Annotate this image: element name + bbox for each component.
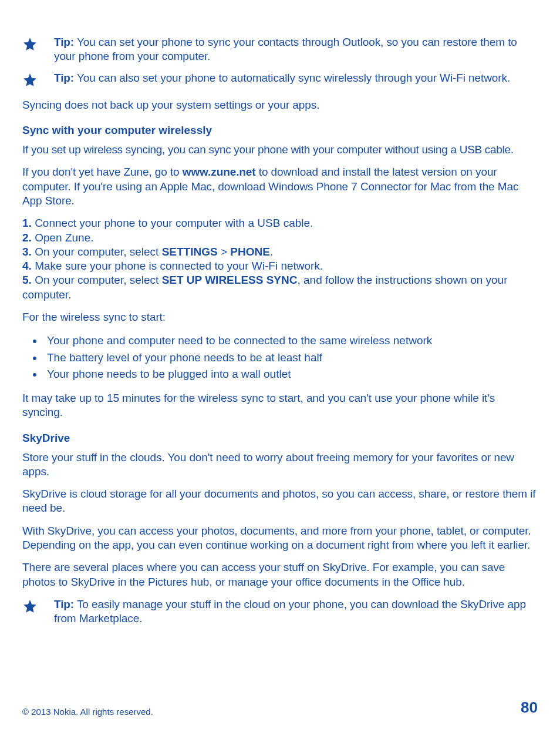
tip-block-2: Tip: You can also set your phone to auto… — [22, 71, 538, 90]
conditions-list: Your phone and computer need to be conne… — [22, 332, 538, 383]
list-item: The battery level of your phone needs to… — [43, 350, 538, 367]
step-5: 5. On your computer, select SET UP WIREL… — [22, 273, 538, 302]
cond-intro: For the wireless sync to start: — [22, 310, 538, 324]
page-footer: © 2013 Nokia. All rights reserved. 80 — [22, 698, 538, 717]
copyright-text: © 2013 Nokia. All rights reserved. — [22, 707, 153, 717]
gt: > — [218, 246, 231, 258]
skydrive-p2: SkyDrive is cloud storage for all your d… — [22, 487, 538, 516]
zune-link: www.zune.net — [183, 166, 256, 178]
heading-sync-wireless: Sync with your computer wirelessly — [22, 124, 538, 137]
skydrive-p4: There are several places where you can a… — [22, 560, 538, 589]
setup-wireless-label: SET UP WIRELESS SYNC — [162, 274, 298, 286]
star-icon — [22, 36, 38, 54]
tip-label: Tip: — [54, 72, 74, 84]
step-pre: On your computer, select — [32, 274, 162, 286]
step-1: 1. Connect your phone to your computer w… — [22, 216, 538, 230]
steps-list: 1. Connect your phone to your computer w… — [22, 216, 538, 302]
list-item: Your phone and computer need to be conne… — [43, 332, 538, 350]
tip-body: You can also set your phone to automatic… — [74, 72, 510, 84]
wireless-note: It may take up to 15 minutes for the wir… — [22, 391, 538, 420]
step-text: Open Zune. — [32, 231, 94, 244]
skydrive-p3: With SkyDrive, you can access your photo… — [22, 524, 538, 553]
tip-2-text: Tip: You can also set your phone to auto… — [54, 71, 538, 85]
list-item: Your phone needs to be plugged into a wa… — [43, 366, 538, 383]
tip-label: Tip: — [54, 36, 74, 48]
tip-body: You can set your phone to sync your cont… — [54, 36, 517, 62]
page-number: 80 — [521, 698, 538, 717]
dot: . — [270, 246, 273, 258]
step-num: 4. — [22, 260, 32, 272]
star-icon — [22, 599, 38, 616]
skydrive-p1: Store your stuff in the clouds. You don'… — [22, 451, 538, 479]
tip-1-text: Tip: You can set your phone to sync your… — [54, 35, 538, 64]
sync-note: Syncing does not back up your system set… — [22, 98, 538, 112]
step-3: 3. On your computer, select SETTINGS > P… — [22, 245, 538, 259]
heading-skydrive: SkyDrive — [22, 432, 538, 445]
step-num: 5. — [22, 274, 32, 286]
tip-body: To easily manage your stuff in the cloud… — [54, 598, 526, 624]
step-4: 4. Make sure your phone is connected to … — [22, 259, 538, 273]
tip-block-3: Tip: To easily manage your stuff in the … — [22, 597, 538, 630]
phone-label: PHONE — [230, 246, 270, 258]
step-num: 2. — [22, 231, 32, 244]
zune-pre: If you don't yet have Zune, go to — [22, 166, 183, 178]
step-num: 1. — [22, 217, 32, 229]
tip-label: Tip: — [54, 598, 74, 610]
step-text: Make sure your phone is connected to you… — [32, 260, 323, 272]
settings-label: SETTINGS — [162, 246, 218, 258]
wireless-intro: If you set up wireless syncing, you can … — [22, 143, 538, 157]
tip-3-text: Tip: To easily manage your stuff in the … — [54, 597, 538, 626]
zune-paragraph: If you don't yet have Zune, go to www.zu… — [22, 165, 538, 208]
step-2: 2. Open Zune. — [22, 231, 538, 245]
step-pre: On your computer, select — [32, 246, 162, 258]
step-num: 3. — [22, 246, 32, 258]
document-page: Tip: You can set your phone to sync your… — [0, 0, 560, 739]
step-text: Connect your phone to your computer with… — [32, 217, 313, 229]
tip-block-1: Tip: You can set your phone to sync your… — [22, 35, 538, 68]
star-icon — [22, 72, 38, 90]
